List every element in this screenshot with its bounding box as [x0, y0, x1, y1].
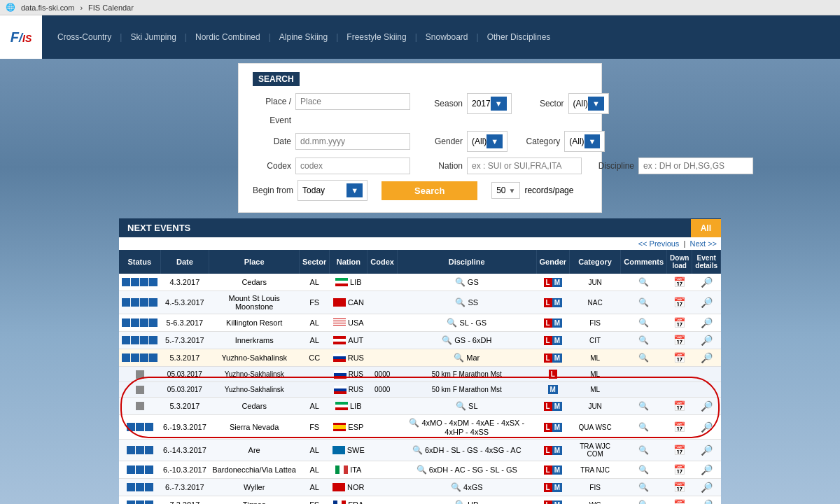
nation-input[interactable]	[467, 158, 582, 174]
date-input[interactable]	[295, 133, 410, 150]
event-details-cell[interactable]: 🔎	[692, 415, 721, 440]
gender-select[interactable]: (All) ▼	[467, 131, 507, 152]
prev-link[interactable]: << Previous	[638, 239, 680, 248]
detail-icon[interactable]: 🔎	[701, 317, 713, 328]
event-details-cell[interactable]	[692, 382, 721, 398]
event-details-cell[interactable]: 🔎	[692, 314, 721, 332]
search-icon[interactable]: 🔍	[447, 318, 457, 328]
detail-icon[interactable]: 🔎	[701, 276, 713, 288]
calendar-icon[interactable]: 📅	[673, 317, 685, 328]
place-input[interactable]	[295, 93, 410, 110]
download-cell[interactable]: 📅	[667, 496, 692, 505]
calendar-icon[interactable]: 📅	[673, 444, 685, 456]
calendar-icon[interactable]: 📅	[673, 400, 685, 412]
discipline-input[interactable]	[638, 158, 753, 174]
search-icon[interactable]: 🔍	[454, 353, 464, 363]
search-icon[interactable]: 🔍	[455, 298, 465, 307]
logo[interactable]: F/IS	[0, 15, 42, 59]
detail-icon[interactable]: 🔎	[701, 297, 713, 308]
calendar-icon[interactable]: 📅	[673, 352, 685, 363]
codex-input[interactable]	[295, 158, 410, 174]
search-icon[interactable]: 🔍	[455, 500, 465, 504]
search-button[interactable]: Search	[382, 181, 477, 200]
comment-search-icon[interactable]: 🔍	[638, 445, 649, 455]
comment-search-icon[interactable]: 🔍	[638, 277, 649, 287]
nav-cross-country[interactable]: Cross-Country	[49, 28, 120, 46]
comment-search-icon[interactable]: 🔍	[638, 318, 649, 328]
records-select[interactable]: 50 ▼	[491, 182, 520, 199]
calendar-icon[interactable]: 📅	[673, 499, 685, 504]
search-icon[interactable]: 🔍	[455, 277, 465, 287]
calendar-icon[interactable]: 📅	[673, 335, 685, 346]
detail-icon[interactable]: 🔎	[701, 464, 713, 475]
event-details-cell[interactable]: 🔎	[692, 332, 721, 349]
next-link[interactable]: Next >>	[690, 239, 717, 248]
calendar-icon[interactable]: 📅	[673, 276, 685, 288]
download-cell[interactable]: 📅	[667, 314, 692, 332]
badge-m: M	[552, 278, 562, 287]
calendar-icon[interactable]: 📅	[673, 482, 685, 493]
sector-select[interactable]: (All) ▼	[568, 93, 609, 114]
nav-ski-jumping[interactable]: Ski Jumping	[122, 28, 184, 46]
download-cell[interactable]	[667, 382, 692, 398]
results-section: NEXT EVENTS All << Previous | Next >> St…	[119, 218, 721, 504]
detail-icon[interactable]: 🔎	[701, 482, 713, 493]
event-details-cell[interactable]: 🔎	[692, 440, 721, 461]
search-icon[interactable]: 🔍	[456, 401, 466, 411]
calendar-icon[interactable]: 📅	[673, 297, 685, 308]
category-dropdown-btn[interactable]: ▼	[584, 134, 601, 148]
sector-dropdown-btn[interactable]: ▼	[588, 97, 604, 111]
detail-icon[interactable]: 🔎	[701, 335, 713, 346]
download-cell[interactable]	[667, 367, 692, 382]
detail-icon[interactable]: 🔎	[701, 444, 713, 456]
calendar-icon[interactable]: 📅	[673, 421, 685, 433]
comment-search-icon[interactable]: 🔍	[638, 482, 649, 492]
download-cell[interactable]: 📅	[667, 274, 692, 291]
search-icon[interactable]: 🔍	[412, 445, 423, 455]
beginfrom-dropdown-btn[interactable]: ▼	[346, 183, 363, 197]
download-cell[interactable]: 📅	[667, 440, 692, 461]
nav-snowboard[interactable]: Snowboard	[417, 28, 477, 46]
comment-search-icon[interactable]: 🔍	[638, 335, 649, 345]
detail-icon[interactable]: 🔎	[701, 499, 713, 504]
event-details-cell[interactable]	[692, 367, 721, 382]
detail-icon[interactable]: 🔎	[701, 421, 713, 433]
nav-other-disciplines[interactable]: Other Disciplines	[479, 28, 559, 46]
comment-search-icon[interactable]: 🔍	[638, 298, 649, 307]
download-cell[interactable]: 📅	[667, 398, 692, 415]
download-cell[interactable]: 📅	[667, 349, 692, 367]
download-cell[interactable]: 📅	[667, 415, 692, 440]
search-icon[interactable]: 🔍	[416, 465, 427, 475]
comment-search-icon[interactable]: 🔍	[638, 465, 649, 475]
search-icon[interactable]: 🔍	[442, 335, 452, 345]
event-details-cell[interactable]: 🔎	[692, 349, 721, 367]
detail-icon[interactable]: 🔎	[701, 400, 713, 412]
search-icon[interactable]: 🔍	[451, 482, 461, 492]
event-details-cell[interactable]: 🔎	[692, 496, 721, 505]
comment-search-icon[interactable]: 🔍	[638, 401, 649, 411]
comment-search-icon[interactable]: 🔍	[638, 500, 649, 504]
season-select[interactable]: 2017 ▼	[467, 93, 512, 114]
event-details-cell[interactable]: 🔎	[692, 461, 721, 479]
all-button[interactable]: All	[691, 219, 721, 237]
category-select[interactable]: (All) ▼	[564, 131, 605, 152]
detail-icon[interactable]: 🔎	[701, 352, 713, 363]
calendar-icon[interactable]: 📅	[673, 464, 685, 475]
event-details-cell[interactable]: 🔎	[692, 274, 721, 291]
comment-search-icon[interactable]: 🔍	[638, 422, 649, 432]
download-cell[interactable]: 📅	[667, 461, 692, 479]
event-details-cell[interactable]: 🔎	[692, 291, 721, 314]
download-cell[interactable]: 📅	[667, 479, 692, 496]
nav-freestyle-skiing[interactable]: Freestyle Skiing	[338, 28, 414, 46]
beginfrom-select[interactable]: Today ▼	[298, 180, 368, 201]
search-icon[interactable]: 🔍	[409, 418, 419, 428]
season-dropdown-btn[interactable]: ▼	[491, 97, 507, 111]
event-details-cell[interactable]: 🔎	[692, 479, 721, 496]
nav-nordic-combined[interactable]: Nordic Combined	[187, 28, 269, 46]
download-cell[interactable]: 📅	[667, 291, 692, 314]
event-details-cell[interactable]: 🔎	[692, 398, 721, 415]
gender-dropdown-btn[interactable]: ▼	[486, 134, 503, 148]
comment-search-icon[interactable]: 🔍	[638, 353, 649, 363]
nav-alpine-skiing[interactable]: Alpine Skiing	[271, 28, 336, 46]
download-cell[interactable]: 📅	[667, 332, 692, 349]
